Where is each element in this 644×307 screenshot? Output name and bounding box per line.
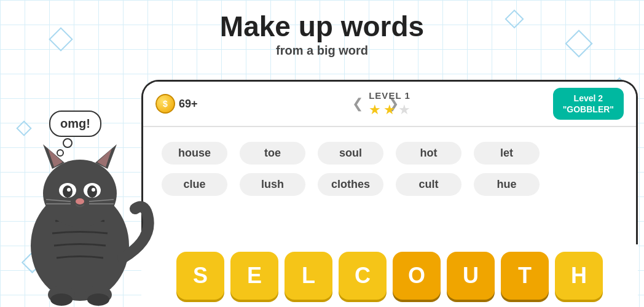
panel-topbar: $ 69+ ❮ LEVEL 1 ★ ★ ★ ❯ Level 2 "GOBBLER… (143, 82, 636, 127)
next-level-badge[interactable]: Level 2 "GOBBLER" (553, 88, 624, 120)
word-item[interactable]: hot (396, 142, 461, 165)
next-level-word: "GOBBLER" (563, 104, 614, 114)
svg-point-9 (87, 185, 97, 198)
svg-point-12 (76, 198, 84, 204)
letter-tile-h[interactable]: H (555, 252, 603, 300)
svg-point-1 (43, 160, 117, 227)
letter-tile-l[interactable]: L (285, 252, 332, 300)
word-item[interactable]: hue (474, 173, 540, 196)
svg-point-19 (50, 293, 73, 306)
word-item[interactable]: let (474, 142, 540, 165)
word-item[interactable]: toe (240, 142, 305, 165)
star-3: ★ (398, 102, 410, 118)
word-item[interactable]: cult (396, 173, 461, 196)
letter-tile-o[interactable]: O (393, 252, 441, 300)
level-label: LEVEL 1 (369, 90, 410, 101)
header: Make up words from a big word (0, 0, 644, 58)
word-item[interactable]: soul (318, 142, 383, 165)
star-2: ★ (383, 102, 396, 118)
letter-tile-t[interactable]: T (501, 252, 549, 300)
page-title: Make up words (0, 11, 644, 42)
word-item[interactable]: lush (240, 173, 305, 196)
page-subtitle: from a big word (0, 44, 644, 58)
next-level-label: Level 2 (574, 93, 603, 103)
words-grid: house toe soul hot let clue lush clothes… (143, 127, 636, 202)
letter-tile-c[interactable]: C (339, 252, 387, 300)
word-item-empty (552, 142, 618, 165)
speech-bubble: omg! (49, 111, 101, 137)
level-display: LEVEL 1 ★ ★ ★ (369, 90, 410, 118)
svg-point-11 (92, 188, 95, 192)
letter-tile-s[interactable]: S (176, 252, 224, 300)
letter-tile-e[interactable]: E (230, 252, 278, 300)
cat-character: omg! (0, 74, 172, 307)
tiles-area: S E L C O U T H (141, 244, 638, 307)
svg-point-10 (67, 188, 71, 192)
word-item-empty (552, 173, 618, 196)
prev-level-button[interactable]: ❮ (346, 93, 369, 114)
svg-point-8 (63, 185, 73, 198)
word-item[interactable]: clothes (318, 173, 383, 196)
stars-display: ★ ★ ★ (369, 102, 410, 118)
svg-point-20 (87, 293, 109, 306)
star-1: ★ (369, 102, 381, 118)
letter-tile-u[interactable]: U (447, 252, 495, 300)
coins-value: 69+ (179, 98, 198, 111)
